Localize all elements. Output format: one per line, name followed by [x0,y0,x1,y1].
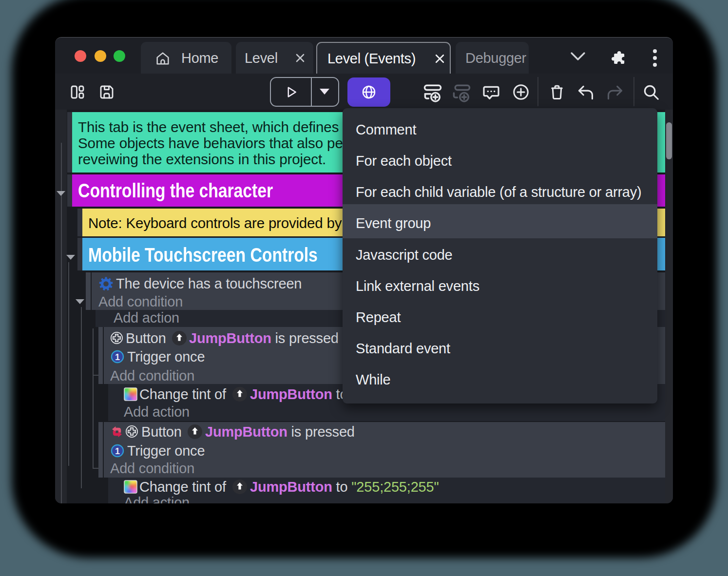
svg-text:1: 1 [115,446,120,456]
svg-text:1: 1 [115,352,120,362]
